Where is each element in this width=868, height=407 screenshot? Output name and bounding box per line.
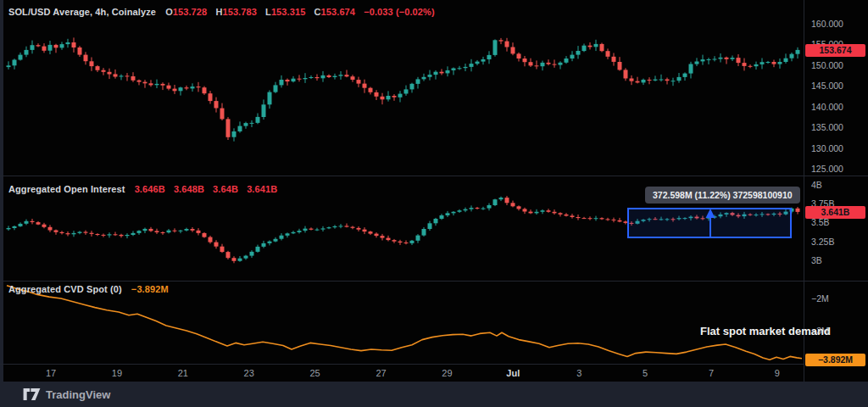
chart-window: SOL/USD Average, 4h, Coinalyze O153.728 …	[0, 0, 868, 407]
time-axis-label: 21	[178, 368, 188, 378]
measure-tooltip: 372.598M (11.22%) 372598100910	[645, 187, 800, 204]
time-axis-label: 5	[643, 368, 648, 378]
indicator-title-oi: Aggregated Open Interest	[8, 184, 125, 194]
time-axis-label: 9	[775, 368, 780, 378]
price-axis-tick: 145.000	[811, 81, 843, 91]
time-axis-label: 3	[576, 368, 581, 378]
last-price-badge: 153.674	[805, 44, 865, 57]
time-axis[interactable]: 17192123252729Jul3579	[0, 365, 804, 382]
price-axis-tick: 140.000	[811, 102, 843, 112]
cvd-badge: −3.892M	[805, 354, 865, 366]
time-axis-label: 29	[442, 368, 452, 378]
cvd-axis-tick: −2M	[811, 293, 829, 304]
price-change: −0.033 (−0.02%)	[364, 7, 434, 17]
time-axis-label: 27	[376, 368, 386, 378]
open-interest-legend[interactable]: Aggregated Open Interest 3.646B 3.648B 3…	[8, 184, 283, 194]
time-axis-label: 17	[46, 368, 56, 378]
tradingview-link[interactable]: TradingView	[23, 387, 110, 401]
cvd-value: −3.892M	[131, 284, 169, 294]
oi-axis-tick: 3.5B	[811, 217, 830, 227]
oi-axis-tick: 4B	[811, 180, 822, 190]
time-axis-label: 7	[709, 368, 714, 378]
price-axis-tick: 150.000	[811, 60, 843, 70]
price-axis-tick: 130.000	[811, 143, 843, 153]
time-axis-label: 25	[309, 368, 320, 378]
time-axis-label: 23	[244, 368, 254, 378]
ohlc-low: 153.315	[271, 7, 305, 17]
ohlc-high: 153.783	[222, 7, 256, 17]
time-axis-label: 19	[112, 368, 122, 378]
oi-axis-tick: 3B	[811, 255, 822, 265]
symbol-title: SOL/USD Average, 4h, Coinalyze	[8, 7, 156, 17]
time-axis-label: Jul	[506, 368, 520, 378]
price-axis-tick: 125.000	[811, 164, 843, 174]
cvd-annotation-text: Flat spot market demand	[700, 325, 831, 337]
price-panel-legend[interactable]: SOL/USD Average, 4h, Coinalyze O153.728 …	[8, 7, 441, 17]
cvd-legend[interactable]: Aggregated CVD Spot (0) −3.892M	[8, 284, 169, 294]
indicator-title-cvd: Aggregated CVD Spot (0)	[8, 284, 122, 294]
bottom-bar: TradingView	[0, 382, 868, 407]
price-axis-tick: 135.000	[811, 122, 843, 132]
ohlc-close: 153.674	[321, 7, 355, 17]
brand-label: TradingView	[46, 388, 110, 401]
tradingview-logo-icon	[23, 387, 41, 401]
ohlc-open: 153.728	[173, 7, 207, 17]
price-axis-tick: 160.000	[811, 19, 843, 29]
open-interest-badge: 3.641B	[805, 206, 865, 219]
oi-axis-tick: 3.25B	[811, 237, 834, 247]
